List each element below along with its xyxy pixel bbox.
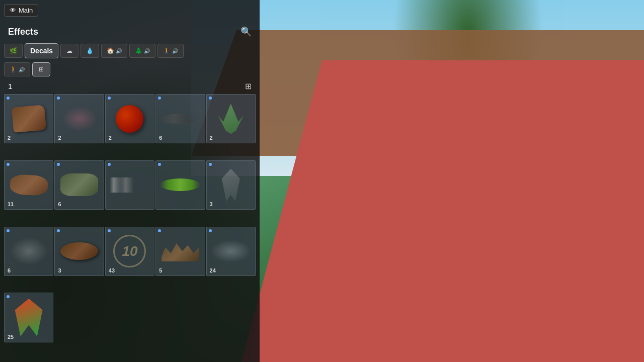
grid-item-9[interactable]	[155, 160, 205, 210]
toolbar-person[interactable]: 🚶🔊	[4, 62, 30, 76]
item-count-16: 25	[8, 334, 14, 340]
toolbar-house-sound[interactable]: 🏠🔊	[101, 44, 127, 58]
item-count-5: 2	[210, 135, 213, 141]
decals-label: Decals	[30, 47, 53, 55]
grid-item-13[interactable]: 10 43	[105, 227, 154, 276]
item-count-1: 2	[8, 135, 11, 141]
item-image-12	[60, 242, 98, 260]
decal-grid-icon: ⊞	[39, 66, 44, 73]
main-button[interactable]: 👁 Main	[4, 4, 38, 17]
item-count-12: 3	[58, 267, 61, 274]
item-count-2: 2	[58, 135, 61, 141]
item-image-9	[160, 178, 200, 191]
item-count-10: 3	[210, 201, 213, 207]
item-dot-4	[158, 97, 161, 100]
item-image-13: 10	[113, 235, 146, 267]
item-count-3: 2	[109, 135, 112, 141]
grid-view-icon: ⊞	[245, 82, 252, 90]
grid-item-14[interactable]: 5	[155, 227, 205, 276]
item-dot-6	[7, 163, 10, 166]
item-dot-3	[108, 97, 111, 100]
toolbar-row-2: 🚶🔊 ⊞	[0, 60, 260, 78]
tree-icon: 🌲	[135, 47, 142, 54]
item-dot-12	[57, 229, 60, 232]
item-image-4	[160, 113, 201, 125]
search-button[interactable]: 🔍	[240, 26, 252, 37]
item-count-4: 6	[159, 135, 162, 141]
panel-header: Effects 🔍	[0, 20, 260, 41]
item-count-14: 5	[159, 267, 162, 274]
eye-icon: 👁	[10, 7, 16, 14]
grid-item-3[interactable]: 2	[105, 94, 154, 143]
item-image-1	[12, 105, 46, 132]
item-dot-7	[57, 163, 60, 166]
item-dot-16	[7, 295, 10, 298]
item-dot-5	[209, 97, 212, 100]
grid-item-8[interactable]	[105, 160, 154, 210]
item-dot-9	[158, 163, 161, 166]
sound-badge-house: 🔊	[116, 48, 122, 54]
main-label: Main	[19, 7, 33, 14]
item-dot-14	[158, 229, 161, 232]
toolbar-decal-grid[interactable]: ⊞	[32, 62, 50, 76]
grid-item-10[interactable]: 3	[206, 160, 256, 210]
grid-item-12[interactable]: 3	[54, 227, 104, 276]
drop-icon: 💧	[86, 47, 94, 54]
search-icon: 🔍	[240, 27, 252, 37]
item-count-13: 43	[109, 267, 115, 274]
item-image-8	[110, 177, 150, 193]
toolbar-person-sound[interactable]: 🚶🔊	[157, 44, 184, 58]
grid-item-7[interactable]: 6	[54, 160, 104, 210]
grid-view-button[interactable]: ⊞	[245, 81, 252, 91]
item-dot-8	[108, 163, 111, 166]
item-count-7: 6	[58, 201, 61, 207]
item-image-2	[62, 106, 97, 131]
sound-badge-tree: 🔊	[144, 48, 150, 54]
item-dot-10	[209, 163, 212, 166]
item-image-11	[10, 237, 48, 265]
item-image-15	[211, 240, 251, 262]
item-image-6	[10, 174, 48, 196]
item-image-16	[15, 299, 43, 336]
sound-badge-2: 🔊	[19, 67, 25, 72]
page-number: 1	[8, 82, 12, 90]
items-grid: 2 2 2 6 2 11	[0, 94, 260, 362]
panel-title: Effects	[8, 27, 38, 37]
toolbar-decals[interactable]: Decals	[25, 43, 58, 58]
toolbar-cloud[interactable]: ☁	[60, 44, 78, 58]
item-dot-15	[209, 229, 212, 232]
grid-item-1[interactable]: 2	[4, 94, 53, 143]
effects-panel: Effects 🔍 🌿 Decals ☁ 💧 🏠🔊 🌲🔊 🚶🔊	[0, 0, 260, 362]
item-image-3	[116, 105, 143, 133]
item-count-11: 6	[8, 267, 11, 274]
person-sound-icon: 🚶	[163, 47, 171, 54]
toolbar-tree-sound[interactable]: 🌲🔊	[129, 44, 155, 58]
item-dot-1	[7, 97, 10, 100]
grid-item-6[interactable]: 11	[4, 160, 53, 210]
toolbar-drop[interactable]: 💧	[80, 44, 99, 58]
flower-icon: 🌿	[10, 47, 17, 54]
grid-item-4[interactable]: 6	[155, 94, 205, 143]
item-dot-2	[57, 97, 60, 100]
item-image-7	[60, 173, 98, 196]
toolbar-row-1: 🌿 Decals ☁ 💧 🏠🔊 🌲🔊 🚶🔊	[0, 41, 260, 60]
item-image-14	[162, 241, 199, 261]
grid-item-11[interactable]: 6	[4, 227, 53, 276]
grid-item-15[interactable]: 24	[206, 227, 256, 276]
grid-item-16[interactable]: 25	[4, 293, 53, 342]
item-image-5	[218, 104, 244, 134]
toolbar-flower[interactable]: 🌿	[4, 44, 23, 58]
sound-badge-person: 🔊	[172, 48, 178, 54]
item-dot-11	[7, 229, 10, 232]
cloud-icon: ☁	[66, 47, 72, 54]
house-icon: 🏠	[107, 47, 114, 54]
item-count-15: 24	[210, 267, 216, 274]
person-icon: 🚶	[10, 66, 17, 73]
grid-item-5[interactable]: 2	[206, 94, 256, 143]
grid-controls: 1 ⊞	[0, 78, 260, 94]
item-dot-13	[108, 229, 111, 232]
grid-item-2[interactable]: 2	[54, 94, 104, 143]
item-image-10	[219, 168, 242, 201]
item-count-6: 11	[8, 201, 14, 207]
